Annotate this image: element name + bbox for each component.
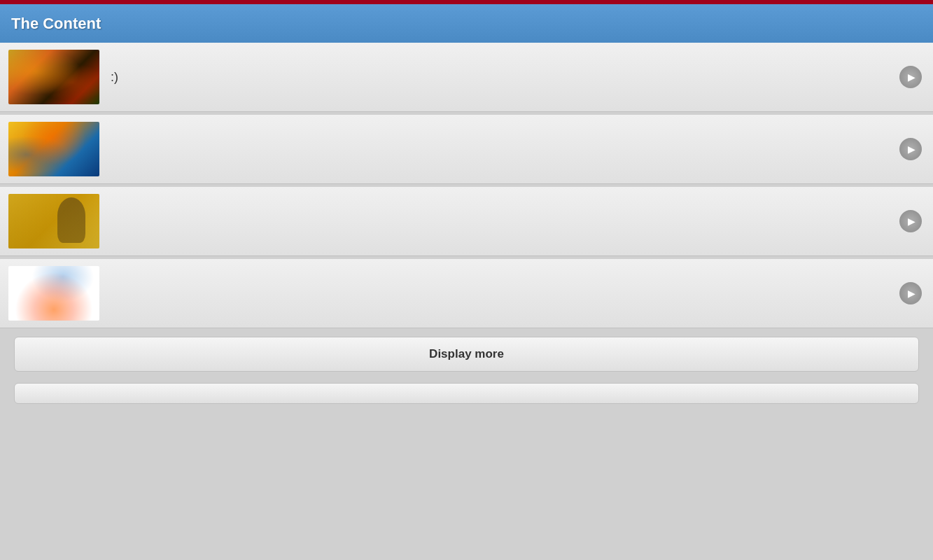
page-title: The Content (11, 15, 101, 33)
thumbnail-4 (8, 266, 99, 321)
arrow-icon-4[interactable] (899, 282, 922, 304)
thumbnail-2 (8, 122, 99, 176)
header: The Content (0, 4, 933, 43)
list-item[interactable]: :) (0, 43, 933, 112)
arrow-icon-1[interactable] (899, 66, 922, 88)
list-item[interactable] (0, 259, 933, 328)
arrow-icon-3[interactable] (899, 210, 922, 232)
display-more-container: Display more (0, 331, 933, 377)
list-item[interactable] (0, 187, 933, 256)
arrow-icon-2[interactable] (899, 138, 922, 160)
list-item[interactable] (0, 115, 933, 184)
thumbnail-3 (8, 194, 99, 248)
bottom-button[interactable] (14, 383, 919, 404)
thumbnail-1 (8, 50, 99, 104)
bottom-area (0, 377, 933, 410)
item-text-1: :) (99, 70, 899, 85)
display-more-button[interactable]: Display more (14, 337, 919, 372)
content-list: :) (0, 43, 933, 328)
